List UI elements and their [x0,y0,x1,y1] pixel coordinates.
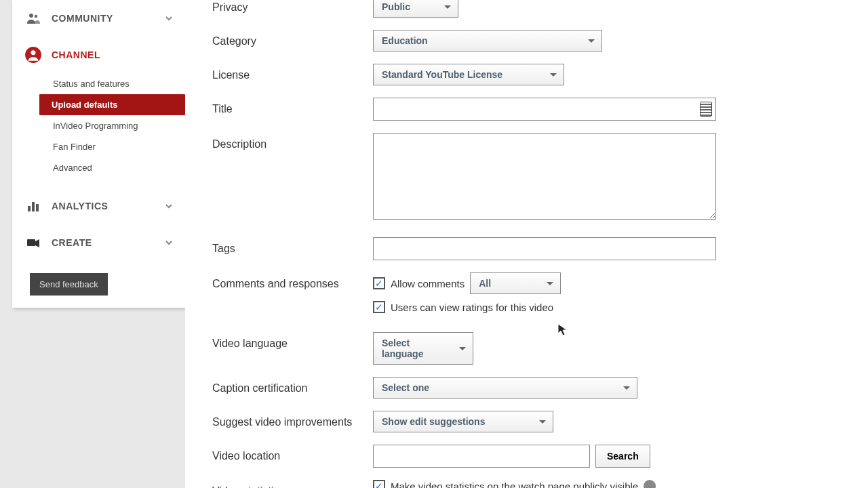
help-icon[interactable] [644,480,656,488]
location-input[interactable] [373,445,590,468]
license-select[interactable]: Standard YouTube License [373,64,564,85]
video-language-select[interactable]: Select language [373,332,473,365]
svg-point-1 [35,15,37,18]
video-language-label: Video language [212,332,373,350]
license-label: License [212,64,373,81]
create-icon [24,234,42,251]
title-input[interactable] [373,98,716,121]
privacy-label: Privacy [212,0,373,14]
view-ratings-text: Users can view ratings for this video [391,302,553,313]
channel-icon [24,46,42,64]
sidebar-section-analytics[interactable]: ANALYTICS [12,188,185,224]
description-label: Description [212,133,373,150]
sidebar-item-status-features[interactable]: Status and features [41,73,185,94]
chevron-down-icon [165,14,173,22]
sidebar: COMMUNITY CHANNEL Status and features Up… [12,0,185,308]
sidebar-item-upload-defaults[interactable]: Upload defaults [39,94,185,115]
allow-comments-text: Allow comments [391,278,465,289]
community-icon [24,9,42,27]
stats-label: Video statistics [212,480,373,488]
channel-label: CHANNEL [52,49,173,60]
sidebar-section-channel[interactable]: CHANNEL [12,37,185,73]
send-feedback-button[interactable]: Send feedback [30,273,108,296]
sidebar-item-invideo-programming[interactable]: InVideo Programming [41,115,185,136]
sidebar-section-create[interactable]: CREATE [12,224,185,261]
channel-subitems: Status and features Upload defaults InVi… [12,73,185,178]
stats-public-checkbox[interactable]: ✓ [373,480,385,488]
privacy-select[interactable]: Public [373,0,458,18]
comments-label: Comments and responses [212,272,373,290]
analytics-label: ANALYTICS [52,201,165,211]
title-label: Title [212,98,373,115]
view-ratings-checkbox[interactable]: ✓ [373,301,385,313]
chevron-down-icon [165,239,173,247]
caption-cert-label: Caption certification [212,377,373,394]
tags-input[interactable] [373,237,716,260]
description-input[interactable] [373,133,716,220]
svg-rect-5 [32,202,35,211]
category-label: Category [212,30,373,47]
svg-point-0 [29,14,33,18]
allow-comments-checkbox[interactable]: ✓ [373,277,385,289]
suggest-label: Suggest video improvements [212,411,373,428]
tags-label: Tags [212,237,373,255]
location-label: Video location [212,445,373,462]
community-label: COMMUNITY [52,13,165,24]
svg-rect-4 [28,206,31,211]
caption-cert-select[interactable]: Select one [373,377,637,399]
svg-rect-7 [27,239,35,246]
title-template-icon[interactable] [700,102,712,117]
comments-filter-select[interactable]: All [470,272,561,294]
analytics-icon [24,197,42,215]
create-label: CREATE [52,237,165,248]
category-select[interactable]: Education [373,30,602,52]
suggest-select[interactable]: Show edit suggestions [373,411,553,432]
stats-public-text: Make video statistics on the watch page … [391,481,638,489]
sidebar-section-community[interactable]: COMMUNITY [12,0,185,37]
sidebar-item-advanced[interactable]: Advanced [41,157,185,178]
svg-point-3 [31,50,36,55]
location-search-button[interactable]: Search [595,445,650,468]
main-content: Privacy Public Category Education Licens… [185,0,868,488]
svg-rect-6 [36,204,39,211]
sidebar-item-fan-finder[interactable]: Fan Finder [41,136,185,157]
chevron-down-icon [165,202,173,210]
